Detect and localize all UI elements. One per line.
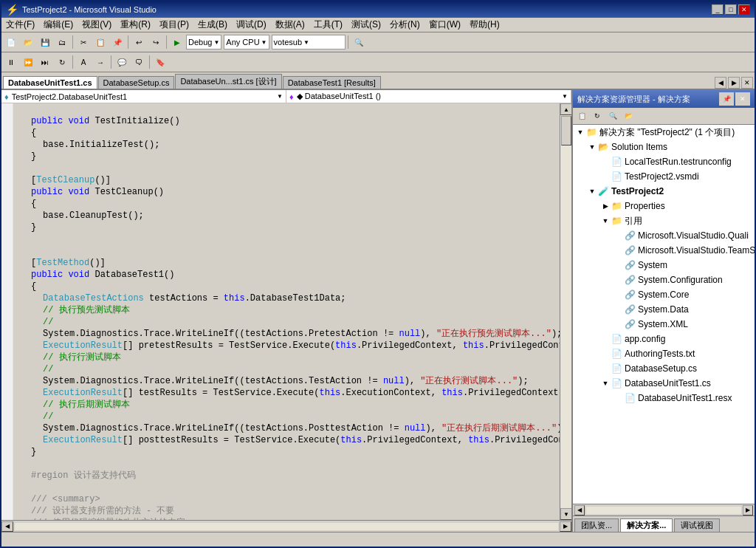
hscroll-track[interactable] <box>15 523 558 530</box>
expander-properties[interactable]: ▶ <box>599 199 611 213</box>
hscroll-left-btn[interactable]: ◀ <box>1 521 13 532</box>
tree-vsmdi[interactable]: 📄 TestProject2.vsmdi <box>573 169 755 184</box>
paste-btn[interactable]: 📌 <box>109 34 126 50</box>
menu-edit[interactable]: 编辑(E) <box>39 17 78 32</box>
undo-btn[interactable]: ↩ <box>131 34 147 50</box>
comment-btn[interactable]: 💬 <box>114 54 130 70</box>
tab-0[interactable]: DatabaseUnitTest1.cs <box>3 76 97 89</box>
se-props-btn[interactable]: 📋 <box>574 109 589 123</box>
menu-window[interactable]: 窗口(W) <box>425 17 465 32</box>
tree-ref-system[interactable]: 🔗 System <box>573 258 755 273</box>
tree-dbsetupcs[interactable]: 📄 DatabaseSetup.cs <box>573 361 755 376</box>
code-hscroll[interactable]: ◀ ▶ <box>1 520 571 532</box>
menu-view[interactable]: 视图(V) <box>78 17 116 32</box>
tab-2[interactable]: DatabaseUn...st1.cs [设计] <box>175 74 281 89</box>
tab-3[interactable]: DatabaseTest1 [Results] <box>283 76 381 89</box>
tb2-btn1[interactable]: ⏸ <box>3 54 19 70</box>
tree-authoringtests[interactable]: 📄 AuthoringTests.txt <box>573 346 755 361</box>
menu-refactor[interactable]: 重构(R) <box>116 17 155 32</box>
open-btn[interactable]: 📂 <box>20 34 36 50</box>
menu-file[interactable]: 文件(F) <box>1 17 39 32</box>
menu-test[interactable]: 测试(S) <box>347 17 385 32</box>
label-solution: 解决方案 "TestProject2" (1 个项目) <box>599 126 735 139</box>
se-refresh-btn[interactable]: ↻ <box>590 109 605 123</box>
tb2-btn4[interactable]: ↻ <box>54 54 70 70</box>
se-hscroll-left[interactable]: ◀ <box>574 505 585 516</box>
indent-btn[interactable]: → <box>92 54 109 70</box>
menu-tools[interactable]: 工具(T) <box>309 17 347 32</box>
maximize-button[interactable]: □ <box>725 4 737 15</box>
se-collapse-btn[interactable]: 📂 <box>621 109 636 123</box>
sep-2 <box>128 35 128 49</box>
scroll-up-btn[interactable]: ▲ <box>560 103 571 115</box>
scroll-thumb[interactable] <box>561 116 571 145</box>
start-btn[interactable]: ▶ <box>169 34 185 50</box>
menu-build[interactable]: 生成(B) <box>193 17 232 32</box>
se-filter-btn[interactable]: 🔍 <box>605 109 620 123</box>
se-hscroll-track[interactable] <box>586 507 741 514</box>
bookmark-btn[interactable]: 🔖 <box>152 54 168 70</box>
menu-data[interactable]: 数据(A) <box>271 17 309 32</box>
tab-close-all-btn[interactable]: ✕ <box>741 77 753 89</box>
platform-dropdown[interactable]: Any CPU ▼ <box>224 35 269 49</box>
cut-btn[interactable]: ✂ <box>75 34 92 50</box>
menu-analyze[interactable]: 分析(N) <box>385 17 425 32</box>
new-project-btn[interactable]: 📄 <box>3 34 19 50</box>
save-btn[interactable]: 💾 <box>37 34 53 50</box>
uncomment-btn[interactable]: 🗨 <box>131 54 147 70</box>
tree-localtestrun[interactable]: 📄 LocalTestRun.testrunconfig <box>573 154 755 169</box>
tree-dbunittest1resx[interactable]: 📄 DatabaseUnitTest1.resx <box>573 391 755 405</box>
menu-debug[interactable]: 调试(D) <box>232 17 271 32</box>
code-text[interactable]: public void TestInitialize() { base.Init… <box>13 103 560 520</box>
find-btn[interactable]: 🔍 <box>351 34 367 50</box>
menu-help[interactable]: 帮助(H) <box>465 17 504 32</box>
expander-testproject2[interactable]: ▼ <box>586 185 598 198</box>
minimize-button[interactable]: _ <box>712 4 724 15</box>
se-pin-btn[interactable]: 📌 <box>719 92 734 106</box>
tree-ref-sysdata[interactable]: 🔗 System.Data <box>573 302 755 317</box>
method-dropdown[interactable]: ♦ ◆ DatabaseUnitTest1 () ▼ <box>286 90 571 103</box>
tab-1[interactable]: DatabaseSetup.cs <box>98 76 175 89</box>
target-dropdown[interactable]: votesub ▼ <box>272 35 346 49</box>
expander-references[interactable]: ▼ <box>599 214 611 227</box>
bottom-tab-solution[interactable]: 解决方案... <box>620 518 673 532</box>
redo-btn[interactable]: ↪ <box>148 34 164 50</box>
se-hscroll-right[interactable]: ▶ <box>743 505 753 516</box>
expander-dbunittest1cs[interactable]: ▼ <box>599 377 611 390</box>
tb2-btn3[interactable]: ⏭ <box>37 54 53 70</box>
tree-solution-root[interactable]: ▼ 📁 解决方案 "TestProject2" (1 个项目) <box>573 125 755 140</box>
tree-references[interactable]: ▼ 📁 引用 <box>573 213 755 228</box>
content-area: ♦ TestProject2.DatabaseUnitTest1 ▼ ♦ ◆ D… <box>1 90 755 532</box>
close-button[interactable]: ✕ <box>738 4 750 15</box>
tree-solution-items[interactable]: ▼ 📂 Solution Items <box>573 140 755 154</box>
tree-ref-sysxml[interactable]: 🔗 System.XML <box>573 317 755 332</box>
tab-right-btn[interactable]: ▶ <box>728 77 740 89</box>
tree-ref-sysconfig[interactable]: 🔗 System.Configuration <box>573 273 755 287</box>
hscroll-right-btn[interactable]: ▶ <box>560 521 571 532</box>
code-content[interactable]: public void TestInitialize() { base.Init… <box>1 103 571 520</box>
expander-solution-items[interactable]: ▼ <box>586 140 598 154</box>
copy-btn[interactable]: 📋 <box>92 34 109 50</box>
tree-ref-team5[interactable]: 🔗 Microsoft.VisualStudio.TeamS <box>573 243 755 258</box>
format-btn[interactable]: A <box>75 54 92 70</box>
debug-mode-dropdown[interactable]: Debug ▼ <box>186 35 221 49</box>
tree-dbunittest1cs[interactable]: ▼ 📄 DatabaseUnitTest1.cs <box>573 376 755 391</box>
tab-left-btn[interactable]: ◀ <box>715 77 726 89</box>
expander-root[interactable]: ▼ <box>574 126 586 139</box>
tree-ref-quali[interactable]: 🔗 Microsoft.VisualStudio.Quali <box>573 228 755 243</box>
bottom-tabs: 团队资... 解决方案... 调试视图 <box>573 516 755 532</box>
se-content[interactable]: ▼ 📁 解决方案 "TestProject2" (1 个项目) ▼ 📂 Solu… <box>573 125 755 504</box>
scroll-down-btn[interactable]: ▼ <box>560 508 571 520</box>
bottom-tab-team[interactable]: 团队资... <box>574 518 619 532</box>
tree-properties[interactable]: ▶ 📁 Properties <box>573 199 755 213</box>
tree-ref-syscore[interactable]: 🔗 System.Core <box>573 287 755 302</box>
tb2-btn2[interactable]: ⏩ <box>20 54 36 70</box>
menu-project[interactable]: 项目(P) <box>155 17 193 32</box>
class-dropdown[interactable]: ♦ TestProject2.DatabaseUnitTest1 ▼ <box>1 90 286 103</box>
tree-appconfig[interactable]: 📄 app.config <box>573 332 755 346</box>
tree-testproject2[interactable]: ▼ 🧪 TestProject2 <box>573 184 755 199</box>
scroll-track[interactable] <box>560 115 571 508</box>
save-all-btn[interactable]: 🗂 <box>54 34 70 50</box>
se-close-btn[interactable]: ✕ <box>735 92 750 106</box>
bottom-tab-debug[interactable]: 调试视图 <box>674 518 720 532</box>
